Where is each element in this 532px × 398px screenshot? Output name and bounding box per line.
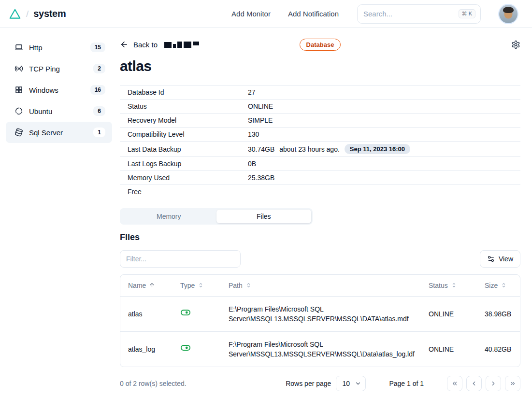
file-size-cell: 40.82GB [477, 331, 520, 367]
search-shortcut-kbd: ⌘ K [459, 9, 475, 18]
rows-per-page-value: 10 [342, 380, 350, 387]
database-icon [14, 128, 23, 137]
sidebar-item-label: TCP Ping [29, 65, 87, 73]
table-row[interactable]: atlas_log F:\Program Files\Microsoft SQL… [120, 331, 520, 367]
search-box[interactable]: ⌘ K [357, 4, 481, 24]
chevron-left-icon [471, 380, 477, 387]
column-header-type[interactable]: Type [173, 275, 221, 296]
detail-label: Recovery Model [128, 116, 248, 124]
sidebar-item-label: Http [29, 43, 85, 52]
first-page-button[interactable] [447, 376, 462, 391]
detail-row: Database Id 27 [120, 85, 520, 99]
rows-selected-text: 0 of 2 row(s) selected. [120, 380, 286, 387]
table-row[interactable]: atlas E:\Program Files\Microsoft SQL Ser… [120, 296, 520, 331]
detail-value: 27 [248, 88, 256, 96]
detail-row: Recovery Model SIMPLE [120, 113, 520, 127]
sidebar: Http 15 TCP Ping 2 Windows 16 Ubuntu 6 [0, 28, 120, 398]
column-label: Name [128, 282, 146, 289]
back-link-label: Back to [133, 41, 158, 49]
tab-files[interactable]: Files [216, 210, 312, 223]
brand: / system [9, 8, 66, 20]
rows-per-page-label: Rows per page [286, 380, 331, 387]
column-label: Path [229, 282, 243, 289]
file-name-cell: atlas [120, 296, 173, 331]
detail-label: Last Logs Backup [128, 160, 248, 168]
view-button[interactable]: View [480, 250, 520, 268]
detail-label: Memory Used [128, 174, 248, 182]
sidebar-item-http[interactable]: Http 15 [6, 37, 112, 58]
pagination [447, 376, 520, 391]
detail-label: Last Data Backup [128, 145, 248, 153]
sort-chevrons-icon [245, 282, 252, 288]
add-notification-link[interactable]: Add Notification [288, 10, 339, 18]
column-label: Type [180, 282, 195, 289]
sidebar-count-badge: 2 [93, 64, 105, 73]
breadcrumb-slash: / [26, 9, 29, 19]
previous-page-button[interactable] [466, 376, 482, 391]
sidebar-item-windows[interactable]: Windows 16 [6, 79, 112, 100]
backup-date-badge: Sep 11, 2023 16:00 [345, 144, 410, 154]
main-content: Back to Database atlas Database Id 27 St… [120, 28, 532, 398]
detail-value: 30.74GB [248, 145, 274, 153]
sidebar-item-sql-server[interactable]: Sql Server 1 [6, 122, 112, 143]
filter-input[interactable] [120, 250, 241, 268]
details-table: Database Id 27 Status ONLINE Recovery Mo… [120, 85, 520, 199]
column-header-name[interactable]: Name [120, 275, 173, 296]
detail-label: Compatibility Level [128, 130, 248, 138]
detail-row: Compatibility Level 130 [120, 127, 520, 141]
ubuntu-icon [14, 107, 23, 115]
laptop-icon [14, 43, 23, 52]
toggle-on-icon [180, 342, 191, 353]
last-page-button[interactable] [505, 376, 520, 391]
file-status-cell: ONLINE [421, 296, 477, 331]
app-logo-icon[interactable] [9, 8, 21, 20]
next-page-button[interactable] [486, 376, 501, 391]
column-label: Size [485, 282, 498, 289]
settings-gear-icon[interactable] [511, 40, 520, 49]
sidebar-count-badge: 1 [93, 128, 105, 137]
table-footer: 0 of 2 row(s) selected. Rows per page 10… [120, 376, 520, 391]
sort-chevrons-icon [501, 282, 507, 288]
sidebar-item-label: Sql Server [29, 128, 87, 137]
tab-memory[interactable]: Memory [121, 210, 216, 223]
sliders-icon [487, 255, 495, 263]
sort-chevrons-icon [451, 282, 457, 288]
file-path-cell: F:\Program Files\Microsoft SQL Server\MS… [221, 331, 421, 367]
file-type-cell [173, 331, 221, 367]
page-title-brand: system [33, 8, 66, 19]
sidebar-item-tcp-ping[interactable]: TCP Ping 2 [6, 58, 112, 79]
column-header-size[interactable]: Size [477, 275, 520, 296]
table-header-row: Name Type [120, 275, 520, 296]
view-button-label: View [499, 255, 513, 263]
sidebar-item-label: Ubuntu [29, 107, 87, 115]
sidebar-item-label: Windows [29, 86, 85, 94]
detail-value: 130 [248, 130, 259, 138]
search-input[interactable] [363, 10, 455, 18]
detail-row: Free [120, 185, 520, 199]
header-nav: Add Monitor Add Notification [231, 10, 339, 18]
toggle-on-icon [180, 307, 191, 318]
detail-row: Last Logs Backup 0B [120, 156, 520, 171]
detail-value: SIMPLE [248, 116, 273, 124]
chevron-right-icon [490, 380, 497, 387]
windows-icon [14, 85, 23, 94]
column-header-path[interactable]: Path [221, 275, 421, 296]
user-avatar[interactable] [499, 5, 518, 23]
back-link[interactable]: Back to [120, 40, 199, 49]
app-header: / system Add Monitor Add Notification ⌘ … [0, 0, 532, 28]
rows-per-page-select[interactable]: 10 [336, 376, 366, 391]
detail-label: Status [128, 102, 248, 110]
detail-row: Memory Used 25.38GB [120, 171, 520, 185]
memory-files-tabs: Memory Files [120, 208, 313, 225]
column-header-status[interactable]: Status [421, 275, 477, 296]
detail-row: Last Data Backup 30.74GB about 23 hours … [120, 141, 520, 156]
file-type-cell [173, 296, 221, 331]
add-monitor-link[interactable]: Add Monitor [231, 10, 271, 18]
chevrons-left-icon [451, 380, 458, 387]
sidebar-item-ubuntu[interactable]: Ubuntu 6 [6, 100, 112, 122]
detail-value-relative-time: about 23 hours ago. [279, 145, 340, 153]
column-label: Status [429, 282, 448, 289]
page-title: atlas [120, 58, 520, 74]
detail-value: ONLINE [248, 102, 273, 110]
arrow-left-icon [120, 40, 129, 49]
